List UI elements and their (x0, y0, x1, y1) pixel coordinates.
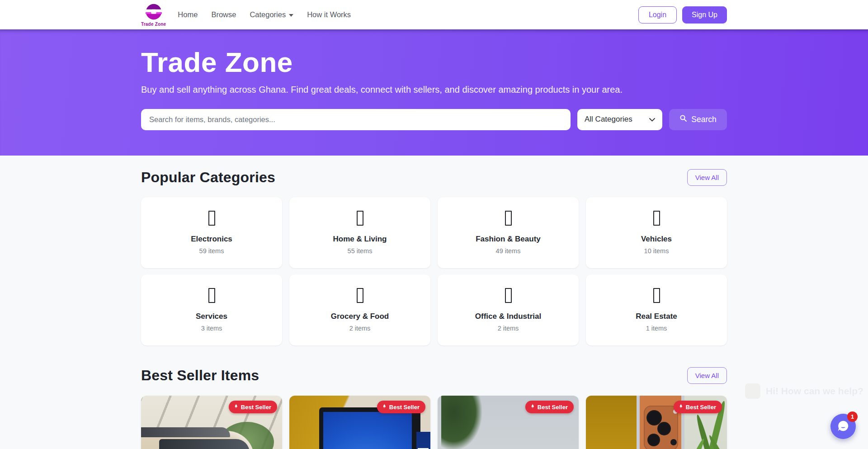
category-icon (653, 211, 660, 226)
category-card-home-living[interactable]: Home & Living 55 items (289, 197, 430, 268)
flame-icon (382, 403, 387, 411)
best-sellers-grid: Best Seller Best Seller (141, 396, 727, 449)
search-button-label: Search (691, 115, 716, 124)
product-card-suv[interactable]: Best Seller (141, 396, 282, 449)
category-icon (208, 211, 215, 226)
suv-window (159, 439, 250, 449)
category-grid: Electronics 59 items Home & Living 55 it… (141, 197, 727, 345)
popular-categories-title: Popular Categories (141, 169, 275, 186)
nav-how-it-works[interactable]: How it Works (307, 10, 351, 19)
search-input[interactable] (141, 109, 571, 130)
category-card-electronics[interactable]: Electronics 59 items (141, 197, 282, 268)
nav-browse[interactable]: Browse (211, 10, 236, 19)
chevron-down-icon (649, 115, 655, 124)
flame-icon (678, 403, 684, 411)
best-seller-badge: Best Seller (674, 401, 722, 413)
laptop-screen (323, 412, 412, 449)
best-sellers-title: Best Seller Items (141, 367, 259, 384)
category-icon (357, 288, 363, 303)
category-select[interactable]: All Categories (577, 109, 662, 130)
category-card-office-industrial[interactable]: Office & Industrial 2 items (438, 274, 579, 345)
category-select-value: All Categories (585, 115, 632, 124)
category-card-services[interactable]: Services 3 items (141, 274, 282, 345)
category-icon (505, 211, 512, 226)
hero-title: Trade Zone (141, 47, 727, 78)
speech-bubble-icon (836, 419, 850, 434)
search-button[interactable]: Search (669, 109, 727, 130)
login-button[interactable]: Login (638, 6, 677, 24)
best-sellers-header: Best Seller Items View All (141, 345, 727, 384)
category-icon (357, 211, 363, 226)
nav-categories-dropdown[interactable]: Categories (250, 10, 293, 19)
hero-search-bar: All Categories Search (141, 109, 727, 130)
suv-spoiler (141, 427, 230, 437)
signup-button[interactable]: Sign Up (682, 6, 727, 24)
best-seller-badge: Best Seller (377, 401, 425, 413)
trade-zone-logo-icon (145, 3, 163, 23)
chat-widget-button[interactable]: 1 (830, 414, 856, 439)
category-card-grocery-food[interactable]: Grocery & Food 2 items (289, 274, 430, 345)
product-card-orange-phone[interactable]: Best Seller (586, 396, 727, 449)
chat-unread-badge: 1 (847, 411, 858, 422)
category-card-real-estate[interactable]: Real Estate 1 items (586, 274, 727, 345)
nav-home[interactable]: Home (178, 10, 198, 19)
flame-icon (233, 403, 239, 411)
brand-name: Trade Zone (141, 22, 166, 27)
category-card-fashion-beauty[interactable]: Fashion & Beauty 49 items (438, 197, 579, 268)
product-card-white-car[interactable]: Best Seller (438, 396, 579, 449)
magnifier-icon (679, 114, 687, 124)
best-seller-badge: Best Seller (525, 401, 574, 413)
hero-subtitle: Buy and sell anything across Ghana. Find… (141, 85, 727, 95)
chat-greeting-tooltip: Hi! How can we help? (745, 383, 863, 399)
category-icon (208, 288, 215, 303)
best-seller-badge: Best Seller (229, 401, 277, 413)
palm-tree (441, 396, 482, 449)
flame-icon (530, 403, 535, 411)
category-card-vehicles[interactable]: Vehicles 10 items (586, 197, 727, 268)
camera-lens (647, 434, 660, 446)
auth-buttons: Login Sign Up (638, 6, 727, 24)
chat-agent-avatar (745, 383, 760, 399)
chat-greeting-text: Hi! How can we help? (766, 386, 863, 397)
best-sellers-view-all-button[interactable]: View All (687, 367, 727, 384)
categories-view-all-button[interactable]: View All (687, 169, 727, 186)
product-card-laptop[interactable]: Best Seller (289, 396, 430, 449)
popular-categories-header: Popular Categories View All (141, 156, 727, 186)
main-content: Popular Categories View All Electronics … (141, 156, 727, 449)
caret-down-icon (289, 14, 293, 17)
side-panel (416, 432, 430, 449)
yellow-wall (586, 396, 638, 449)
top-navbar: Trade Zone Home Browse Categories How it… (0, 0, 868, 29)
brand-logo[interactable]: Trade Zone (141, 3, 166, 27)
category-icon (505, 288, 512, 303)
camera-lens (657, 422, 671, 435)
category-icon (653, 288, 660, 303)
main-nav: Home Browse Categories How it Works (178, 10, 351, 19)
hero-section: Trade Zone Buy and sell anything across … (0, 29, 868, 156)
